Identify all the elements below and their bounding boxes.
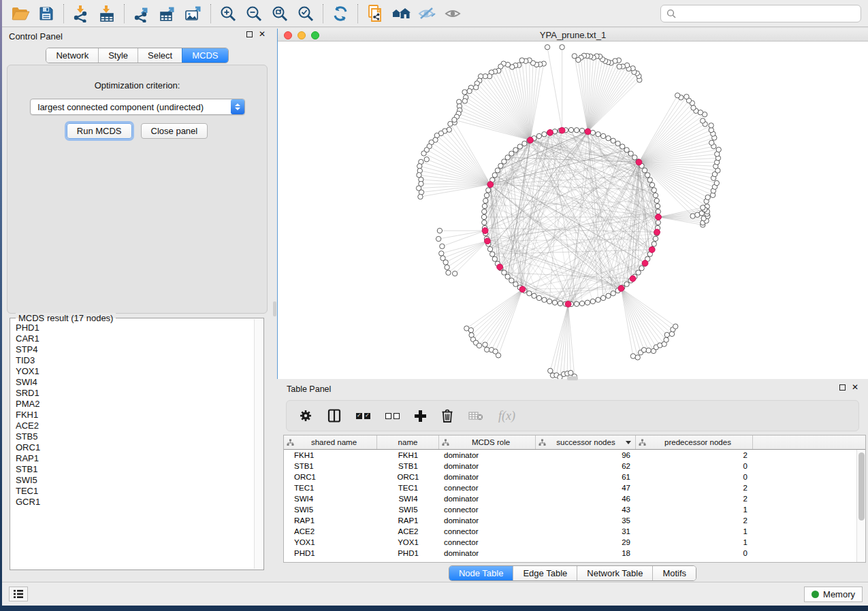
tab-network-table[interactable]: Network Table [577,566,652,580]
table-row[interactable]: RAP1RAP1dominator352 [284,515,865,526]
zoom-in-icon[interactable] [215,3,241,24]
import-table-icon[interactable] [94,3,120,24]
table-cell: 31 [536,527,636,535]
export-network-icon[interactable] [129,3,155,24]
tab-network[interactable]: Network [46,48,98,63]
zoom-out-icon[interactable] [241,3,267,24]
criterion-dropdown[interactable]: largest connected component (undirected) [30,99,245,115]
mcds-result-item[interactable]: PHD1 [11,323,254,333]
table-cell: 1 [636,538,753,546]
open-file-icon[interactable] [7,3,33,24]
close-panel-icon[interactable]: ✕ [259,31,266,37]
network-graph[interactable] [278,42,868,379]
add-icon[interactable] [415,410,426,422]
mcds-result-item[interactable]: FKH1 [11,410,254,420]
table-panel: Table Panel ✕ f(x) shared namenameMCDS r… [277,380,868,582]
table-row[interactable]: PHD1PHD1dominator180 [284,548,865,559]
mcds-result-item[interactable]: TID3 [11,355,254,366]
table-scrollbar[interactable] [856,450,865,562]
column-header-shared-name[interactable]: shared name [284,435,377,449]
splitter-grip[interactable] [273,301,276,316]
zoom-selected-icon[interactable] [293,3,319,24]
column-header-MCDS-role[interactable]: MCDS role [439,435,536,449]
trash-icon[interactable] [441,409,453,423]
mcds-result-item[interactable]: TEC1 [11,486,254,497]
search-field[interactable] [660,5,861,22]
mcds-result-item[interactable]: SRD1 [11,388,254,399]
mcds-result-item[interactable]: YOX1 [11,366,254,377]
tab-node-table[interactable]: Node Table [449,566,513,580]
column-header-predecessor-nodes[interactable]: predecessor nodes [636,435,753,449]
close-table-panel-icon[interactable]: ✕ [852,384,858,391]
export-table-icon[interactable] [155,3,180,24]
task-history-button[interactable] [9,587,28,601]
duplicate-network-icon[interactable] [362,3,388,24]
table-row[interactable]: YOX1YOX1connector291 [284,537,865,548]
mcds-result-item[interactable]: SWI5 [11,475,254,486]
zoom-fit-icon[interactable] [267,3,293,24]
network-window-titlebar[interactable]: YPA_prune.txt_1 [278,29,868,42]
tab-style[interactable]: Style [98,48,138,63]
table-cell: 35 [536,516,636,525]
select-all-icon[interactable] [356,413,370,419]
table-row[interactable]: STB1STB1dominator620 [284,461,865,472]
table-cell: 2 [636,484,753,492]
refresh-icon[interactable] [327,3,353,24]
mcds-result-list[interactable]: PHD1CAR1STP4TID3YOX1SWI4SRD1PMA2FKH1ACE2… [11,323,254,567]
run-mcds-button[interactable]: Run MCDS [67,123,132,139]
mcds-result-item[interactable]: SWI4 [11,377,254,388]
tab-select[interactable]: Select [138,48,182,63]
deselect-all-icon[interactable] [385,413,400,419]
mcds-result-item[interactable]: PMA2 [11,399,254,410]
table-scrollbar-thumb[interactable] [858,452,865,521]
table-row[interactable]: ACE2ACE2connector311 [284,526,865,537]
window-minimize-icon[interactable] [298,31,306,39]
tab-mcds[interactable]: MCDS [182,48,227,63]
memory-button[interactable]: Memory [804,587,863,602]
mcds-result-item[interactable]: ACE2 [11,420,254,431]
column-type-icon [442,439,449,446]
table-cell: connector [439,484,536,492]
column-header-name[interactable]: name [377,435,439,449]
window-close-icon[interactable] [284,31,292,39]
table-cell: YOX1 [377,538,439,546]
table-row[interactable]: TEC1TEC1connector472 [284,482,865,493]
network-canvas[interactable] [278,42,868,379]
gear-icon[interactable] [299,409,312,423]
mcds-result-item[interactable]: CAR1 [11,333,254,344]
table-row[interactable]: SWI5SWI5connector431 [284,504,865,515]
columns-icon[interactable] [327,409,341,423]
mcds-result-item[interactable]: ORC1 [11,442,254,453]
mcds-list-scrollbar[interactable] [254,319,263,569]
table-row[interactable]: SWI4SWI4dominator462 [284,493,865,504]
search-input[interactable] [680,9,861,19]
hide-panels-icon[interactable] [414,3,440,24]
tab-motifs[interactable]: Motifs [652,566,696,580]
window-maximize-icon[interactable] [311,31,319,39]
mcds-result-item[interactable]: STB1 [11,464,254,475]
delete-column-icon [468,410,483,421]
table-row[interactable]: FKH1FKH1dominator962 [284,450,865,461]
table-cell: ORC1 [377,473,439,481]
mcds-result-item[interactable]: STB5 [11,431,254,442]
float-table-panel-icon[interactable] [839,384,846,391]
save-session-icon[interactable] [33,3,59,24]
column-type-icon [539,439,546,446]
mcds-result-item[interactable]: GCR1 [11,497,254,508]
table-cell: SWI5 [377,506,439,514]
export-image-icon[interactable] [180,3,206,24]
mcds-result-item[interactable]: RAP1 [11,453,254,464]
toolbar-separator [323,4,323,23]
show-panel-icon[interactable] [440,3,466,24]
import-network-icon[interactable] [68,3,94,24]
float-panel-icon[interactable] [246,31,253,37]
table-row[interactable]: ORC1ORC1dominator610 [284,472,865,482]
tab-edge-table[interactable]: Edge Table [513,566,577,580]
mcds-result-item[interactable]: STP4 [11,344,254,355]
table-cell: dominator [439,549,536,557]
vertical-splitter[interactable] [272,27,277,582]
close-panel-button[interactable]: Close panel [141,123,208,139]
network-overview-icon[interactable] [388,3,414,24]
column-header-successor-nodes[interactable]: successor nodes [536,435,636,449]
table-cell: SWI4 [284,495,377,503]
